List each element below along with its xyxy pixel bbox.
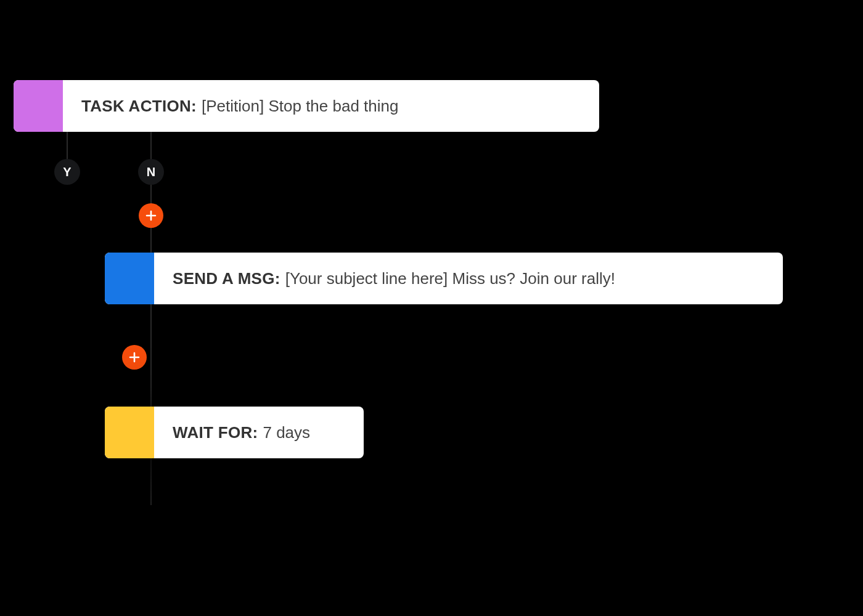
node-body: SEND A MSG: [Your subject line here] Mis…	[154, 253, 634, 304]
node-value: 7 days	[263, 423, 310, 442]
node-send-msg[interactable]: SEND A MSG: [Your subject line here] Mis…	[105, 253, 783, 304]
plus-icon	[128, 351, 141, 363]
add-step-button-2[interactable]	[122, 345, 147, 370]
workflow-canvas: TASK ACTION: [Petition] Stop the bad thi…	[0, 0, 863, 616]
node-wait-for[interactable]: WAIT FOR: 7 days	[105, 407, 364, 458]
node-stripe-wait-for	[105, 407, 154, 458]
plus-icon	[145, 209, 157, 222]
node-task-action[interactable]: TASK ACTION: [Petition] Stop the bad thi…	[14, 80, 599, 132]
node-value: [Petition] Stop the bad thing	[202, 97, 398, 116]
branch-badge-yes[interactable]: Y	[54, 159, 80, 185]
node-label: SEND A MSG:	[173, 269, 280, 288]
node-body: TASK ACTION: [Petition] Stop the bad thi…	[63, 80, 417, 132]
branch-badge-no[interactable]: N	[138, 159, 164, 185]
node-label: WAIT FOR:	[173, 423, 258, 442]
node-stripe-task-action	[14, 80, 63, 132]
branch-badge-yes-text: Y	[63, 165, 71, 179]
node-label: TASK ACTION:	[81, 97, 197, 116]
node-value: [Your subject line here] Miss us? Join o…	[285, 269, 615, 288]
node-stripe-send-msg	[105, 253, 154, 304]
add-step-button-1[interactable]	[139, 203, 163, 228]
branch-badge-no-text: N	[147, 165, 155, 179]
node-body: WAIT FOR: 7 days	[154, 407, 329, 458]
